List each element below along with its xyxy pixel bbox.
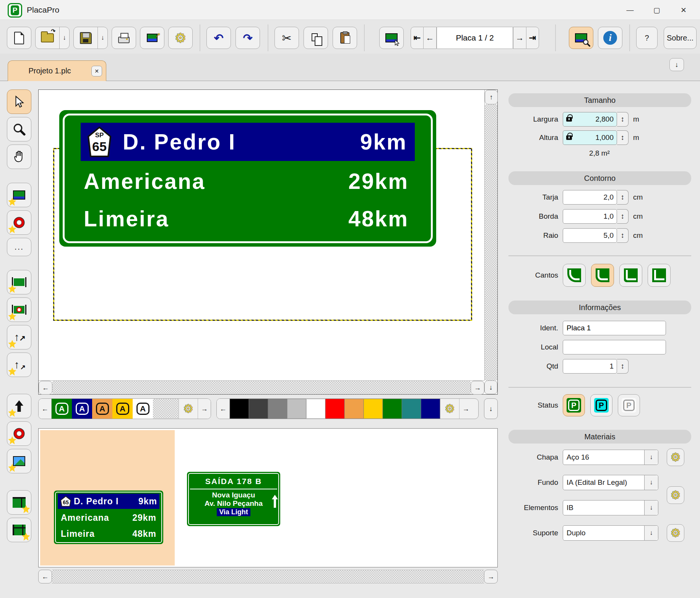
- sign-row-name[interactable]: Limeira: [84, 206, 169, 231]
- largura-spinner[interactable]: ↕: [617, 112, 629, 127]
- ident-field[interactable]: [563, 321, 666, 335]
- sign-band[interactable]: SP 65 D. Pedro I 9km: [81, 123, 415, 161]
- print-button[interactable]: [112, 27, 136, 49]
- settings-button[interactable]: ⚙: [168, 27, 193, 49]
- local-field[interactable]: [563, 340, 666, 354]
- color-swatch-navy[interactable]: [421, 399, 440, 419]
- tool-pan-button[interactable]: [7, 145, 31, 169]
- style-settings-button[interactable]: ⚙: [179, 399, 198, 419]
- color-scroll-right-button[interactable]: →: [459, 399, 472, 419]
- info-button[interactable]: i: [598, 27, 622, 49]
- sign-row-distance[interactable]: 29km: [348, 169, 409, 194]
- style-scroll-right-button[interactable]: →: [198, 399, 211, 419]
- letter-style-yellow[interactable]: A: [112, 399, 133, 419]
- tool-add-layout-left-button[interactable]: [7, 518, 31, 542]
- export-button[interactable]: →: [140, 27, 164, 49]
- close-button[interactable]: ✕: [676, 3, 692, 17]
- scroll-up-button[interactable]: ↑: [485, 90, 498, 104]
- about-button[interactable]: Sobre...: [664, 27, 697, 49]
- status-production-button[interactable]: P: [590, 394, 612, 416]
- thumb-scroll-track[interactable]: [52, 570, 484, 583]
- color-swatch-white[interactable]: [306, 399, 325, 419]
- preview-button[interactable]: [569, 27, 593, 49]
- status-inactive-button[interactable]: P: [618, 394, 640, 416]
- qtd-field[interactable]: 1: [563, 359, 617, 374]
- thumb-scroll-left-button[interactable]: ←: [38, 570, 52, 583]
- corner-style-round-small-button[interactable]: [619, 264, 642, 287]
- nav-next-button[interactable]: →: [513, 27, 526, 49]
- copy-button[interactable]: [304, 27, 328, 49]
- paste-button[interactable]: [333, 27, 357, 49]
- corner-style-round-button[interactable]: [591, 264, 614, 287]
- chapa-settings-button[interactable]: ⚙: [667, 448, 684, 466]
- corner-style-square-button[interactable]: [648, 264, 671, 287]
- placa-nav-field[interactable]: [437, 27, 513, 49]
- open-dropdown[interactable]: ↓: [59, 27, 69, 49]
- borda-spinner[interactable]: ↕: [617, 209, 629, 224]
- sign-row-name[interactable]: Americana: [84, 169, 206, 194]
- letter-style-green[interactable]: A: [52, 399, 72, 419]
- tool-add-diagonal-arrow-button[interactable]: ↑ ↗: [7, 353, 31, 377]
- canvas-vertical-scrollbar[interactable]: ↑: [484, 90, 497, 380]
- tab-list-button[interactable]: ↓: [669, 58, 684, 71]
- tool-select-button[interactable]: [7, 89, 31, 114]
- altura-spinner[interactable]: ↕: [617, 130, 629, 145]
- tool-add-sign-button[interactable]: [7, 183, 31, 207]
- save-dropdown[interactable]: ↓: [97, 27, 107, 49]
- horizontal-scroll-track[interactable]: [52, 381, 471, 394]
- vertical-scroll-track[interactable]: [485, 104, 497, 380]
- sign-row-distance[interactable]: 9km: [360, 129, 407, 154]
- tool-add-roundel-sign-button[interactable]: [7, 210, 31, 235]
- color-swatch-gray[interactable]: [268, 399, 287, 419]
- color-swatch-red[interactable]: [325, 399, 344, 419]
- suporte-dropdown[interactable]: Duplo ↓: [563, 525, 658, 541]
- tab-close-icon[interactable]: ✕: [91, 66, 102, 76]
- fundo-elementos-settings-button[interactable]: ⚙: [667, 486, 684, 504]
- thumbnail-scrollbar[interactable]: ← →: [38, 570, 498, 583]
- minimize-button[interactable]: —: [622, 3, 638, 17]
- undo-button[interactable]: ↶: [206, 27, 231, 49]
- color-scroll-left-button[interactable]: ←: [217, 399, 230, 419]
- tarja-spinner[interactable]: ↕: [617, 190, 629, 205]
- color-swatch-green[interactable]: [383, 399, 402, 419]
- tool-zoom-button[interactable]: [7, 117, 31, 141]
- sign-row[interactable]: Americana 29km: [84, 164, 409, 199]
- letter-style-orange[interactable]: A: [92, 399, 112, 419]
- color-swatch-darkgray[interactable]: [249, 399, 268, 419]
- tool-more-button[interactable]: ...: [7, 238, 31, 256]
- cut-button[interactable]: ✂: [274, 27, 299, 49]
- color-swatch-orange[interactable]: [344, 399, 364, 419]
- sp65-shield-icon[interactable]: SP 65: [87, 127, 112, 157]
- tool-add-roundel-button[interactable]: [7, 421, 31, 446]
- sign-row[interactable]: Limeira 48km: [84, 201, 409, 236]
- scroll-down-button[interactable]: ↓: [484, 380, 497, 394]
- nav-last-button[interactable]: ⇥: [526, 27, 539, 49]
- canvas-horizontal-scrollbar[interactable]: ← →: [39, 380, 484, 394]
- help-button[interactable]: ?: [636, 27, 658, 49]
- corner-style-round-large-button[interactable]: [563, 264, 586, 287]
- status-active-button[interactable]: P: [563, 394, 585, 416]
- thumb-scroll-right-button[interactable]: →: [484, 570, 498, 583]
- raio-field[interactable]: 5,0: [563, 228, 617, 243]
- open-button[interactable]: ↓: [35, 27, 70, 49]
- tool-add-layout-top-button[interactable]: [7, 490, 31, 515]
- save-button[interactable]: ↓: [73, 27, 108, 49]
- letter-style-blue[interactable]: A: [72, 399, 92, 419]
- scroll-left-button[interactable]: ←: [39, 381, 52, 395]
- strip-collapse-button[interactable]: ↓: [484, 398, 498, 419]
- select-sign-button[interactable]: [379, 27, 404, 49]
- raio-spinner[interactable]: ↕: [617, 228, 629, 243]
- new-button[interactable]: [7, 27, 31, 49]
- tool-add-arrow-button[interactable]: [7, 394, 31, 418]
- color-swatch-yellow[interactable]: [364, 399, 383, 419]
- tab-projeto[interactable]: Projeto 1.plc ✕: [8, 60, 106, 81]
- largura-field[interactable]: 2,800: [563, 112, 617, 127]
- tool-add-image-button[interactable]: [7, 449, 31, 473]
- sign-row-name[interactable]: D. Pedro I: [123, 129, 360, 154]
- style-scroll-left-button[interactable]: ←: [39, 399, 52, 419]
- suporte-settings-button[interactable]: ⚙: [667, 524, 684, 542]
- maximize-button[interactable]: ▢: [649, 3, 665, 17]
- redo-button[interactable]: ↷: [235, 27, 260, 49]
- color-swatch-black[interactable]: [230, 399, 249, 419]
- design-canvas[interactable]: SP 65 D. Pedro I 9km Americana 29km Lime…: [38, 89, 498, 395]
